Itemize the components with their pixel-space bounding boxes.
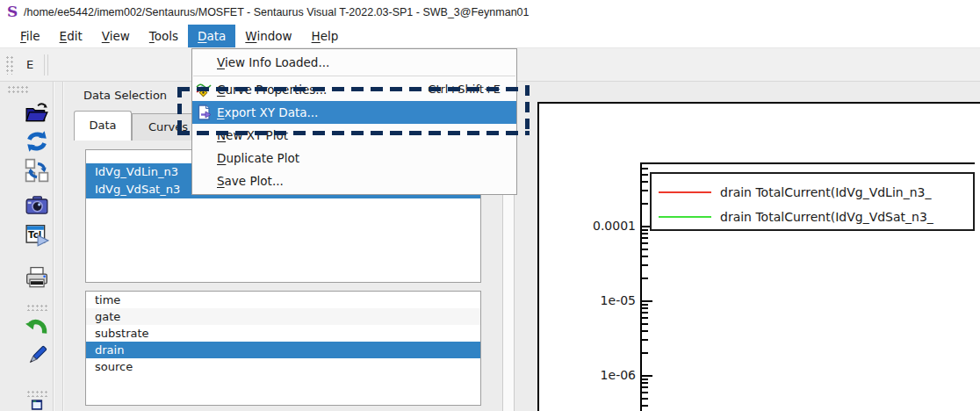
y-minor-tick <box>640 352 648 354</box>
swap-icon <box>25 158 49 183</box>
y-major-tick <box>640 300 652 302</box>
menu-tools[interactable]: Tools <box>140 25 188 47</box>
legend-label: drain TotalCurrent(IdVg_VdSat_n3_ <box>720 210 933 224</box>
window-title: /home/ee5442/imem002/Sentaurus/MOSFET - … <box>24 6 530 18</box>
swap-datasets-button[interactable] <box>25 158 49 183</box>
data-menu-dropdown: View Info Loaded... Curve Properties... … <box>191 48 517 195</box>
menu-window[interactable]: Window <box>235 25 301 47</box>
menu-item-duplicate-plot[interactable]: Duplicate Plot <box>192 147 516 169</box>
y-minor-tick <box>640 405 648 407</box>
annotation-dashed-rect-bottom <box>177 131 530 135</box>
y-minor-tick <box>640 307 648 309</box>
y-minor-tick <box>640 256 648 257</box>
toolbar-drag-handle[interactable] <box>5 55 14 75</box>
menu-item-export-xy-data[interactable]: Export XY Data... <box>192 101 516 124</box>
y-minor-tick <box>640 181 648 183</box>
xy-plot-canvas: 0.0001 1e-05 1e-06 drain TotalCurrent(Id… <box>539 104 975 411</box>
data-selection-title: Data Selection <box>83 89 167 102</box>
toolbar-panel-divider <box>54 82 54 411</box>
y-minor-tick <box>640 190 648 191</box>
xy-plot-window: 0.0001 1e-05 1e-06 drain TotalCurrent(Id… <box>537 102 980 411</box>
legend-line-red <box>659 191 711 193</box>
y-minor-tick <box>640 242 648 244</box>
y-tick-label: 0.0001 <box>539 218 636 234</box>
y-axis <box>640 162 642 411</box>
y-minor-tick <box>640 339 648 341</box>
menu-separator <box>193 76 515 76</box>
y-minor-tick <box>640 162 648 164</box>
title-bar: S /home/ee5442/imem002/Sentaurus/MOSFET … <box>0 0 980 25</box>
toolbar-panel-divider <box>63 82 64 411</box>
refresh-icon <box>25 129 49 154</box>
legend-line-green <box>659 216 711 218</box>
y-minor-tick <box>640 398 648 400</box>
y-minor-tick <box>640 278 648 279</box>
menu-view[interactable]: View <box>92 25 140 47</box>
plot-legend: drain TotalCurrent(IdVg_VdLin_n3_ drain … <box>650 172 975 231</box>
edit-annotate-button[interactable] <box>25 343 49 368</box>
export-xy-icon <box>196 105 212 120</box>
side-toolbar-separator <box>26 390 49 397</box>
y-minor-tick <box>640 237 648 239</box>
tcl-console-button[interactable]: Tcl <box>25 223 49 248</box>
tab-data[interactable]: Data <box>74 111 132 141</box>
side-toolbar-separator <box>26 304 49 311</box>
menu-item-new-xy-plot[interactable]: New XY Plot <box>192 124 516 147</box>
open-file-button[interactable] <box>25 101 49 126</box>
toolbar-separator <box>44 54 45 76</box>
undo-button[interactable] <box>25 314 49 338</box>
y-minor-tick <box>640 304 648 306</box>
y-minor-tick <box>640 264 648 266</box>
legend-label: drain TotalCurrent(IdVg_VdLin_n3_ <box>720 185 931 199</box>
toolbar-separator <box>47 54 48 76</box>
y-minor-tick <box>640 312 648 314</box>
print-button[interactable] <box>25 266 49 291</box>
y-major-tick <box>640 375 652 377</box>
menu-file[interactable]: File <box>11 25 50 47</box>
y-minor-tick <box>640 382 648 384</box>
annotation-dashed-rect-left <box>177 87 182 135</box>
variable-list-item-time[interactable]: time <box>86 292 480 308</box>
reload-data-button[interactable] <box>25 129 49 154</box>
annotation-dashed-rect-right <box>525 85 530 135</box>
window-icon <box>25 400 49 411</box>
variable-list-item-source[interactable]: source <box>86 358 480 375</box>
open-folder-icon <box>25 101 49 126</box>
y-minor-tick <box>640 233 648 234</box>
menu-edit[interactable]: Edit <box>50 25 92 47</box>
y-minor-tick <box>640 317 648 319</box>
legend-entry: drain TotalCurrent(IdVg_VdLin_n3_ <box>652 180 973 205</box>
camera-icon <box>25 193 49 218</box>
y-minor-tick <box>640 249 648 250</box>
undo-icon <box>25 314 49 338</box>
menu-item-save-plot[interactable]: Save Plot... <box>192 169 516 192</box>
y-tick-label: 1e-06 <box>539 367 636 383</box>
legend-entry: drain TotalCurrent(IdVg_VdSat_n3_ <box>652 205 973 229</box>
y-minor-tick <box>640 229 648 231</box>
y-minor-tick <box>640 174 648 176</box>
menu-help[interactable]: Help <box>302 25 349 47</box>
pen-icon <box>25 343 49 368</box>
variable-list-item-gate[interactable]: gate <box>86 308 480 325</box>
plot-frame-top <box>640 162 975 164</box>
menu-data[interactable]: Data <box>188 25 235 47</box>
tcl-icon: Tcl <box>25 223 49 248</box>
y-minor-tick <box>640 379 648 380</box>
y-minor-tick <box>640 386 648 388</box>
menu-bar: File Edit View Tools Data Window Help <box>0 25 980 48</box>
synopsys-logo: S <box>7 3 18 20</box>
menu-item-view-info-loaded[interactable]: View Info Loaded... <box>192 51 516 74</box>
annotation-dashed-rect-top <box>177 87 530 91</box>
e-toolbar-button[interactable]: E <box>19 54 40 76</box>
y-minor-tick <box>640 203 648 205</box>
y-tick-label: 1e-05 <box>539 292 636 308</box>
y-minor-tick <box>640 168 648 169</box>
variable-list-item-substrate[interactable]: substrate <box>86 325 480 342</box>
window-tool-button[interactable] <box>25 400 49 411</box>
y-minor-tick <box>640 323 648 325</box>
variable-list-item-drain[interactable]: drain <box>86 342 480 358</box>
y-minor-tick <box>640 330 648 332</box>
y-minor-tick <box>640 392 648 393</box>
side-toolbar-drag-handle[interactable] <box>7 85 30 94</box>
screenshot-button[interactable] <box>25 193 49 218</box>
